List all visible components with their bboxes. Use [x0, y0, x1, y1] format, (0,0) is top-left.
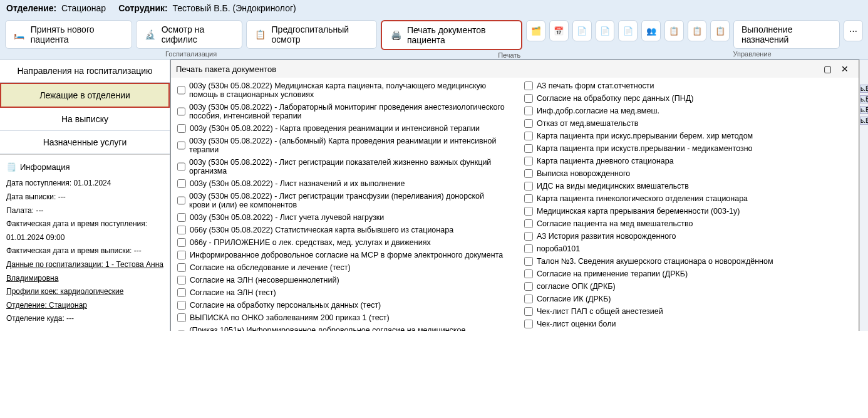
doc-checkbox[interactable]: [177, 213, 186, 222]
doc-checkbox-row[interactable]: А3 История развития новорожденного: [524, 232, 852, 241]
doc-checkbox[interactable]: [177, 288, 186, 297]
doc-checkbox-row[interactable]: Карта пациента гинекологического отделен…: [524, 194, 852, 203]
maximize-button[interactable]: ▢: [819, 63, 836, 75]
doc-checkbox-row[interactable]: 003у (530н 05.08.2022) - Лист назначений…: [177, 179, 505, 188]
doc-checkbox-row[interactable]: Отказ от мед.вмешательств: [524, 119, 852, 128]
doc-checkbox[interactable]: [177, 86, 185, 95]
doc-checkbox[interactable]: [177, 226, 186, 234]
doc-checkbox-row[interactable]: 003у (530н 05.08.2022) - (альбомный) Кар…: [177, 137, 505, 154]
doc-checkbox[interactable]: [177, 330, 185, 331]
collapsed-tab[interactable]: ь.Б.: [860, 117, 868, 125]
sidebar-tab-referrals[interactable]: Направления на госпитализацию: [0, 60, 170, 83]
doc-checkbox-row[interactable]: А3 печать форм стат.отчетности: [524, 81, 852, 90]
doc-checkbox-row[interactable]: Согласие на ЭЛН (несовершеннолетний): [177, 276, 505, 285]
doc-checkbox[interactable]: [524, 257, 533, 266]
syphilis-exam-button[interactable]: 🔬 Осмотр на сифилис: [136, 20, 242, 49]
collapsed-tab[interactable]: ь.Б.: [860, 85, 868, 93]
doc-checkbox[interactable]: [524, 157, 533, 165]
toolbar-icon-list3[interactable]: 📋: [710, 20, 730, 41]
prehospital-exam-button[interactable]: 📋 Предгоспитальный осмотр: [246, 20, 377, 49]
doc-checkbox[interactable]: [524, 207, 533, 216]
doc-checkbox-row[interactable]: 003у (530н 05.08.2022) - Лист регистраци…: [177, 158, 505, 175]
doc-checkbox[interactable]: [177, 124, 186, 133]
doc-checkbox[interactable]: [524, 144, 533, 153]
doc-checkbox-row[interactable]: Согласие на применение терапии (ДРКБ): [524, 269, 852, 278]
doc-checkbox-row[interactable]: 066у (530н 05.08.2022) Статистическая ка…: [177, 226, 505, 234]
doc-checkbox-row[interactable]: Согласие ИК (ДРКБ): [524, 295, 852, 303]
doc-checkbox[interactable]: [524, 169, 533, 178]
doc-checkbox-row[interactable]: Выписка новорожденного: [524, 169, 852, 178]
doc-checkbox-row[interactable]: Карта пациента дневного стационара: [524, 157, 852, 165]
doc-checkbox-row[interactable]: 003у (530н 05.08.2022) - Лист регистраци…: [177, 192, 505, 209]
doc-checkbox-row[interactable]: Медицинская карта прерывания беременност…: [524, 207, 852, 216]
new-patient-button[interactable]: 🛏️ Принять нового пациента: [5, 20, 132, 49]
doc-checkbox-row[interactable]: Карта пациента при искус.прерывании бере…: [524, 132, 852, 140]
toolbar-icon-doc-remove[interactable]: 📄: [596, 20, 615, 41]
doc-checkbox-row[interactable]: Талон №3. Сведения акушерского стационар…: [524, 257, 852, 266]
doc-checkbox[interactable]: [177, 251, 186, 259]
doc-checkbox[interactable]: [524, 295, 533, 303]
assignments-button[interactable]: Выполнение назначений: [733, 20, 840, 49]
toolbar-icon-list1[interactable]: 📋: [664, 20, 684, 41]
doc-checkbox[interactable]: [524, 119, 533, 128]
doc-checkbox-row[interactable]: Карта пациента при искуств.прерывании - …: [524, 144, 852, 153]
toolbar-icon-more[interactable]: ⋯: [844, 20, 863, 41]
doc-checkbox-row[interactable]: 003у (530н 05.08.2022) Медицинская карта…: [177, 81, 505, 99]
doc-checkbox-row[interactable]: Инф.добр.согласие на мед.вмеш.: [524, 107, 852, 115]
doc-checkbox-row[interactable]: согласие ОПК (ДРКБ): [524, 282, 852, 291]
doc-checkbox[interactable]: [524, 320, 533, 328]
doc-checkbox-row[interactable]: Чек-лист ПАП с общей анестезией: [524, 307, 852, 316]
toolbar-icon-doc-add[interactable]: 📄: [572, 20, 592, 41]
doc-checkbox[interactable]: [177, 107, 185, 116]
toolbar-icon-card[interactable]: 🗂️: [526, 20, 545, 41]
sidebar-tab-discharge[interactable]: На выписку: [0, 108, 170, 131]
collapsed-tab[interactable]: ь.Б.: [860, 106, 868, 114]
doc-checkbox[interactable]: [524, 219, 533, 228]
info-bed-profile-link[interactable]: Профили коек: кардиологические: [6, 285, 163, 299]
doc-checkbox[interactable]: [524, 307, 533, 316]
doc-checkbox[interactable]: [524, 244, 533, 253]
doc-checkbox[interactable]: [177, 162, 185, 171]
doc-checkbox[interactable]: [524, 81, 533, 90]
doc-checkbox-row[interactable]: Согласие на ЭЛН (тест): [177, 288, 505, 297]
doc-checkbox[interactable]: [177, 238, 186, 247]
doc-checkbox[interactable]: [177, 141, 185, 150]
doc-checkbox-row[interactable]: Чек-лист оценки боли: [524, 320, 852, 328]
doc-checkbox[interactable]: [177, 313, 186, 322]
doc-checkbox-row[interactable]: ИДС на виды медицинских вмешательств: [524, 182, 852, 191]
doc-checkbox-row[interactable]: 003у (530н 05.08.2022) - Карта проведени…: [177, 124, 505, 133]
doc-checkbox[interactable]: [177, 301, 186, 310]
sidebar-tab-services[interactable]: Назначенные услуги: [0, 131, 170, 154]
toolbar-icon-users[interactable]: 👥: [641, 20, 661, 41]
info-hospitalization-link[interactable]: Данные по госпитализации: 1 - Тестова Ан…: [6, 258, 163, 285]
doc-checkbox[interactable]: [524, 232, 533, 241]
doc-checkbox-row[interactable]: 003у (530н 05.08.2022) - Лабораторный мо…: [177, 103, 505, 120]
toolbar-icon-list2[interactable]: 📋: [688, 20, 707, 41]
doc-checkbox[interactable]: [524, 132, 533, 140]
doc-checkbox[interactable]: [524, 182, 533, 191]
doc-checkbox[interactable]: [177, 276, 186, 285]
doc-checkbox-row[interactable]: (Приказ 1051н) Информированное доброволь…: [177, 326, 505, 331]
doc-checkbox-row[interactable]: ВЫПИСКА по ОНКО заболеваниям 200 приказ …: [177, 313, 505, 322]
doc-checkbox-row[interactable]: 003у (530н 05.08.2022) - Лист учета луче…: [177, 213, 505, 222]
doc-checkbox[interactable]: [524, 94, 533, 103]
print-documents-button[interactable]: 🖨️ Печать документов пациента: [381, 20, 522, 50]
doc-checkbox-row[interactable]: Согласие на обработку персональных данны…: [177, 301, 505, 310]
doc-checkbox-row[interactable]: Согласие на обработку перс данных (ПНД): [524, 94, 852, 103]
doc-checkbox-row[interactable]: Информированное добровольное согласие на…: [177, 251, 505, 259]
toolbar-icon-calendar[interactable]: 📅: [549, 20, 569, 41]
doc-checkbox-row[interactable]: 066у - ПРИЛОЖЕНИЕ о лек. средствах, мед.…: [177, 238, 505, 247]
doc-checkbox[interactable]: [524, 269, 533, 278]
doc-checkbox[interactable]: [524, 282, 533, 291]
doc-checkbox-row[interactable]: пороба0101: [524, 244, 852, 253]
doc-checkbox[interactable]: [524, 107, 533, 115]
doc-checkbox[interactable]: [177, 179, 186, 188]
toolbar-icon-doc-info[interactable]: 📄: [618, 20, 638, 41]
doc-checkbox-row[interactable]: Согласие пациента на мед вмешательство: [524, 219, 852, 228]
doc-checkbox[interactable]: [524, 194, 533, 203]
collapsed-tab[interactable]: ь.Б.: [860, 95, 868, 103]
doc-checkbox-row[interactable]: Согласие на обследование и лечение (тест…: [177, 263, 505, 272]
doc-checkbox[interactable]: [177, 263, 186, 272]
info-department-link[interactable]: Отделение: Стационар: [6, 299, 163, 313]
close-button[interactable]: ✕: [836, 63, 854, 75]
